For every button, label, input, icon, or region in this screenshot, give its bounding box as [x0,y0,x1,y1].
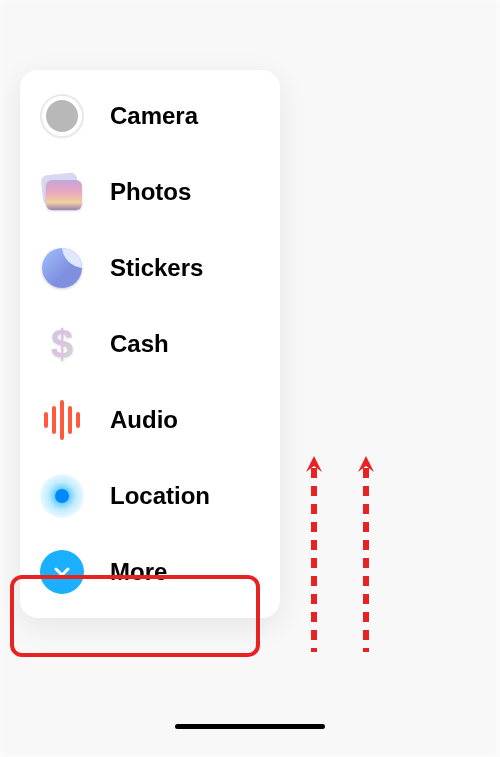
stickers-icon [36,242,88,294]
menu-item-cash[interactable]: $ Cash [20,306,280,382]
menu-item-stickers[interactable]: Stickers [20,230,280,306]
menu-item-audio[interactable]: Audio [20,382,280,458]
menu-label: Cash [110,330,169,358]
audio-icon [36,394,88,446]
menu-item-more[interactable]: More [20,534,280,610]
camera-icon [36,90,88,142]
apps-menu-panel: Camera Photos Stickers $ [20,70,280,618]
photos-icon [36,166,88,218]
menu-label: More [110,558,167,586]
svg-text:$: $ [51,322,73,366]
menu-label: Camera [110,102,198,130]
menu-item-camera[interactable]: Camera [20,78,280,154]
cash-icon: $ [36,318,88,370]
menu-label: Location [110,482,210,510]
menu-item-photos[interactable]: Photos [20,154,280,230]
menu-label: Photos [110,178,191,206]
home-indicator[interactable] [175,724,325,729]
menu-item-location[interactable]: Location [20,458,280,534]
menu-label: Audio [110,406,178,434]
more-chevron-icon [36,546,88,598]
menu-label: Stickers [110,254,203,282]
location-icon [36,470,88,522]
